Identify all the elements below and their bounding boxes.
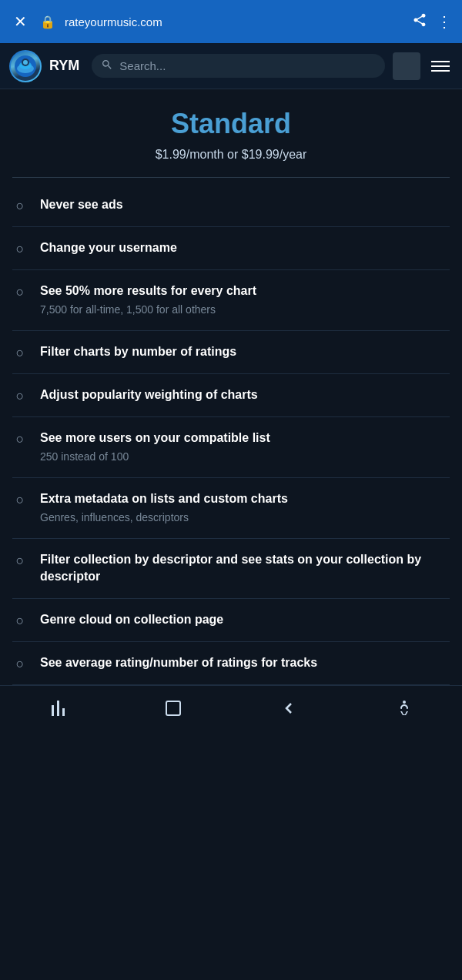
feature-item-filter-collection: ○ Filter collection by descriptor and se…: [12, 539, 450, 599]
app-logo[interactable]: [9, 50, 42, 82]
bullet-icon: ○: [12, 431, 28, 447]
feature-item-ads: ○ Never see ads: [12, 184, 450, 227]
bullet-icon: ○: [12, 284, 28, 300]
feature-content: See more users on your compatible list 2…: [40, 430, 450, 465]
feature-content: Extra metadata on lists and custom chart…: [40, 490, 450, 526]
feature-item-username: ○ Change your username: [12, 227, 450, 270]
menu-lines-icon: [52, 701, 65, 716]
feature-item-results: ○ See 50% more results for every chart 7…: [12, 270, 450, 331]
lock-icon: 🔒: [40, 15, 55, 29]
feature-item-popularity: ○ Adjust popularity weighting of charts: [12, 374, 450, 417]
feature-title: Adjust popularity weighting of charts: [40, 388, 258, 401]
search-bar[interactable]: Search...: [92, 54, 385, 78]
feature-content: See 50% more results for every chart 7,5…: [40, 283, 450, 318]
bullet-icon: ○: [12, 613, 28, 629]
feature-item-compatible: ○ See more users on your compatible list…: [12, 417, 450, 478]
feature-subtitle: 250 instead of 100: [40, 450, 450, 465]
bullet-icon: ○: [12, 388, 28, 404]
feature-title: See 50% more results for every chart: [40, 284, 256, 297]
url-bar[interactable]: rateyourmusic.com: [65, 15, 403, 28]
search-placeholder: Search...: [119, 59, 166, 72]
nav-menu-button[interactable]: [38, 689, 77, 727]
hamburger-menu-button[interactable]: [428, 58, 453, 75]
bullet-icon: ○: [12, 656, 28, 672]
feature-title: See average rating/number of ratings for…: [40, 656, 317, 669]
feature-item-genre-cloud: ○ Genre cloud on collection page: [12, 599, 450, 642]
feature-content: Filter collection by descriptor and see …: [40, 551, 450, 586]
share-button[interactable]: [412, 12, 427, 32]
feature-item-avg-rating: ○ See average rating/number of ratings f…: [12, 642, 450, 685]
feature-item-filter-ratings: ○ Filter charts by number of ratings: [12, 331, 450, 374]
main-content: Standard $1.99/month or $19.99/year ○ Ne…: [0, 89, 462, 685]
svg-point-4: [23, 60, 28, 65]
plan-price: $1.99/month or $19.99/year: [12, 148, 450, 162]
feature-title: Filter charts by number of ratings: [40, 345, 236, 358]
feature-content: Change your username: [40, 239, 450, 256]
close-tab-button[interactable]: ✕: [9, 12, 31, 31]
user-avatar[interactable]: [393, 52, 420, 80]
section-divider: [12, 177, 450, 178]
feature-title: Never see ads: [40, 198, 123, 211]
feature-content: See average rating/number of ratings for…: [40, 654, 450, 671]
bullet-icon: ○: [12, 198, 28, 214]
nav-home-button[interactable]: [154, 689, 192, 727]
app-header: RYM Search...: [0, 43, 462, 89]
feature-item-metadata: ○ Extra metadata on lists and custom cha…: [12, 478, 450, 539]
nav-accessibility-button[interactable]: [385, 689, 424, 727]
feature-content: Filter charts by number of ratings: [40, 343, 450, 360]
plan-title: Standard: [12, 108, 450, 140]
feature-title: Filter collection by descriptor and see …: [40, 553, 421, 583]
feature-subtitle: 7,500 for all-time, 1,500 for all others: [40, 303, 450, 318]
bullet-icon: ○: [12, 492, 28, 508]
app-title: RYM: [49, 58, 79, 74]
svg-rect-5: [166, 701, 180, 715]
bullet-icon: ○: [12, 345, 28, 361]
svg-point-6: [403, 701, 406, 704]
feature-content: Genre cloud on collection page: [40, 611, 450, 628]
bullet-icon: ○: [12, 553, 28, 569]
feature-content: Never see ads: [40, 196, 450, 213]
feature-content: Adjust popularity weighting of charts: [40, 386, 450, 403]
bottom-nav-bar: [0, 685, 462, 731]
feature-subtitle: Genres, influences, descriptors: [40, 510, 450, 526]
browser-menu-button[interactable]: ⋮: [437, 12, 453, 31]
nav-back-button[interactable]: [270, 689, 308, 727]
bullet-icon: ○: [12, 241, 28, 257]
features-list: ○ Never see ads ○ Change your username ○…: [12, 184, 450, 685]
feature-title: Change your username: [40, 241, 177, 254]
feature-title: Extra metadata on lists and custom chart…: [40, 492, 288, 505]
feature-title: See more users on your compatible list: [40, 431, 270, 444]
feature-title: Genre cloud on collection page: [40, 613, 223, 626]
browser-bar: ✕ 🔒 rateyourmusic.com ⋮: [0, 0, 462, 43]
search-icon: [101, 59, 113, 73]
